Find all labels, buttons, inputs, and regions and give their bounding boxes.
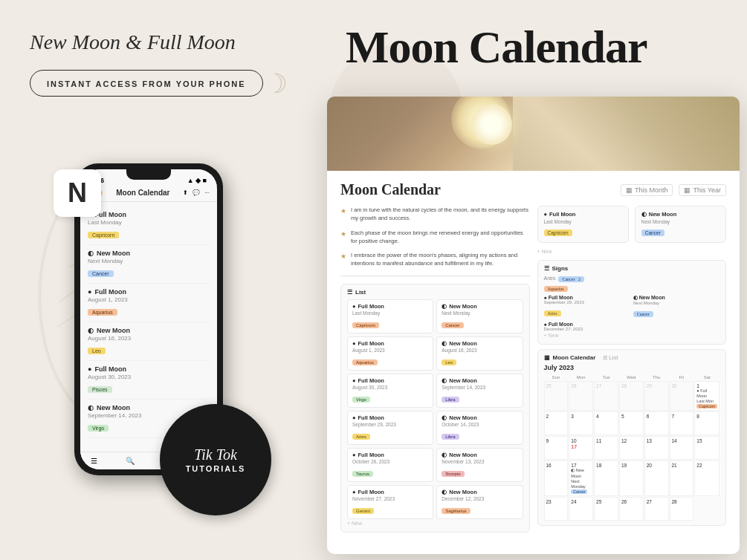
list-item: ● Full Moon August 1, 2023 Aquarius [88,284,210,322]
sign-item-date: December 27, 2023 [544,327,630,331]
lc-tag: Taurus [352,471,373,477]
list-card: ◐ New Moon August 16, 2023 Leo [436,336,523,371]
search-icon: 🔍 [126,457,135,465]
lc-sub: November 27, 2023 [352,496,428,501]
lc-tag: Scorpio [442,471,464,477]
calendar-section: ▦ Moon Calendar ☰ List July 2023 Sun Mon… [537,349,727,526]
subtitle-text: New Moon & Full Moon [30,30,305,55]
notion-body: Moon Calendar ▦ This Month ▦ This Year ★… [327,171,740,554]
item-date: Last Monday [88,219,210,226]
sign-item-date: September 29, 2023 [544,300,630,305]
star-icon-1: ★ [340,206,346,223]
sign-item-moon: ● Full Moon [544,295,630,300]
sign-item-tag: Aries [544,310,561,316]
lc-tag: Cancer [442,322,463,328]
item-date: Next Monday [88,258,210,264]
main-title: Moon Calendar [346,21,647,74]
lc-tag: Virgo [352,397,370,403]
phone-icons: ▲ ◆ ■ [187,177,207,184]
notion-left-column: ★ I am in tune with the natural cycles o… [340,206,530,544]
list-card: ◐ New Moon December 12, 2023 Sagittarius [436,485,523,519]
cal-day-thu: Thu [644,374,669,380]
full-moon-dot: ● [352,414,356,421]
lc-title: ● Full Moon [352,452,428,458]
list-card: ● Full Moon September 29, 2023 Aries [347,411,433,445]
notion-view-tabs: ▦ This Month ▦ This Year [621,184,726,196]
instant-access-text: INSTANT ACCESS FROM YOUR PHONE [47,79,246,88]
cal-cell-6: 6 [644,411,669,435]
full-moon-dot: ● [352,377,356,384]
full-moon-dot: ● [352,340,356,347]
sign-item-sub: Next Monday [633,301,719,305]
cal-cell-9: 9 [544,436,569,460]
list-add-button[interactable]: + New [347,519,523,527]
phone-notch [126,169,171,180]
phone-item-title: ● Full Moon [88,211,210,218]
lc-sub: August 1, 2023 [352,348,428,353]
item-label: Full Moon [94,288,126,296]
cal-day-tue: Tue [594,374,618,380]
lc-sub: August 16, 2023 [442,348,517,353]
signs-section: ☰ Signs Aries Cancer 2 Aquarius ● Full M… [537,260,727,345]
full-moon-icon: ● [88,288,91,296]
header-photo-right [513,97,740,171]
lc-sub: September 29, 2023 [352,422,428,427]
notion-icon: N [54,169,101,217]
new-moon-card: ◐ New Moon Next Monday Cancer [635,206,726,243]
sign-aries-label: Aries [544,276,556,282]
cal-cell-21: 21 [670,460,694,496]
item-tag: Aquarius [88,309,117,316]
moon-cards-add[interactable]: + New [537,247,727,255]
list-item: ● Full Moon August 30, 2023 Pisces [88,361,210,400]
signs-add[interactable]: + New [544,331,720,339]
cal-cell-24: 24 [569,497,593,521]
item-date: August 16, 2023 [88,335,210,342]
sign-grid-item: ◐ New Moon Next Monday Cancer [633,295,719,319]
affirmation-2: ★ Each phase of the moon brings me renew… [340,229,530,246]
moon-cards-row: ● Full Moon Last Monday Capricorn ◐ New … [537,206,727,243]
cal-cell-14: 14 [670,436,694,460]
list-header-label: List [355,289,366,296]
item-tag: Pisces [88,386,112,393]
new-moon-date: Next Monday [641,219,719,224]
signs-grid: ● Full Moon September 29, 2023 Aries ◐ N… [544,295,720,331]
full-moon-icon: ● [544,211,548,218]
new-moon-dot: ◐ [442,340,447,347]
cal-event-tag: Capricorn [696,404,717,408]
cal-header-label: Moon Calendar [553,354,596,361]
cal-header: ▦ Moon Calendar ☰ List [544,354,720,361]
cal-cell-19: 19 [619,460,644,496]
list-card: ● Full Moon August 30, 2023 Virgo [347,374,433,408]
notion-header-image [327,97,740,171]
phone-nav-title: Moon Calendar [107,189,178,197]
cal-day-wed: Wed [619,374,644,380]
tab-this-month[interactable]: ▦ This Month [621,184,673,196]
cal-day-sat: Sat [694,374,719,380]
lc-tag: Leo [442,359,456,365]
cal-event-sub: Next Monday [571,479,591,489]
phone-item-title: ◐ New Moon [88,327,210,334]
tab-this-year-label: This Year [693,186,721,194]
lc-tag: Libra [442,397,459,403]
list-grid: ● Full Moon Last Monday Capricorn ◐ New … [347,299,523,519]
tab-this-year[interactable]: ▦ This Year [679,184,726,196]
cal-event: Last Mon [696,399,717,404]
tab-this-month-label: This Month [635,186,668,194]
phone-item-title: ● Full Moon [88,288,210,296]
lc-title: ● Full Moon [352,414,428,421]
list-card: ● Full Moon October 28, 2023 Taurus [347,448,433,482]
lc-sub: September 14, 2023 [442,385,517,390]
new-moon-dot: ◐ [442,303,447,310]
full-moon-date: Last Monday [544,219,622,224]
list-item: ● Full Moon Last Monday Capricorn [88,206,210,245]
signs-icon: ☰ [544,265,549,272]
new-moon-card-header: ◐ New Moon [641,211,719,218]
affirmation-text-2: Each phase of the moon brings me renewed… [351,229,530,246]
phone-item-title: ◐ New Moon [88,250,210,257]
lc-sub: Last Monday [352,310,428,316]
cal-cell-20: 20 [644,460,669,496]
cal-icon: ▦ [544,354,550,361]
sign-item-tag: Cancer [633,311,653,317]
tiktok-text-sub: TUTORIALS [186,464,246,473]
notion-desktop-card: Moon Calendar ▦ This Month ▦ This Year ★… [327,97,740,554]
